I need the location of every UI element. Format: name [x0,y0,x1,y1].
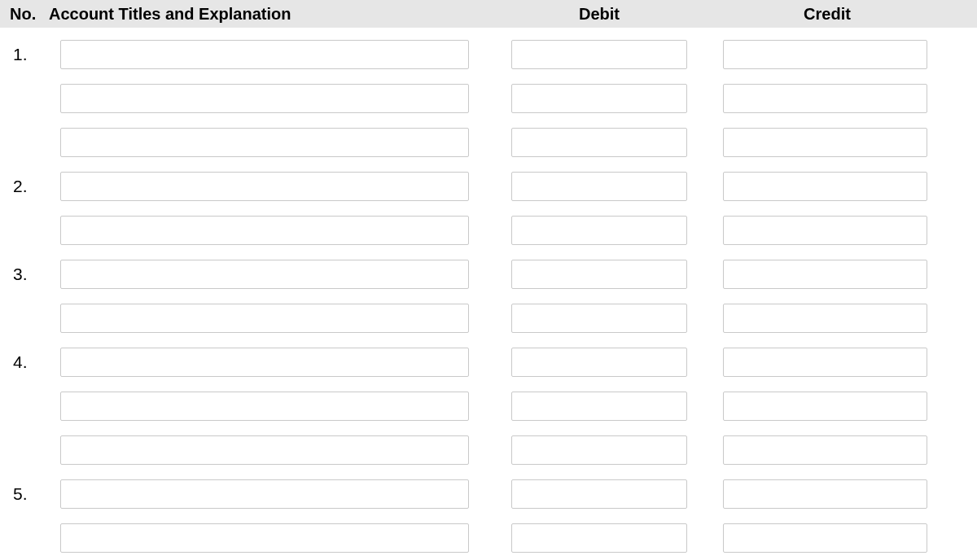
table-body: 1.2.3.4.5. [0,28,977,560]
table-row [0,120,977,164]
debit-input[interactable] [511,216,687,245]
account-cell [46,348,493,377]
debit-cell [493,172,705,201]
credit-input[interactable] [723,479,927,509]
table-row [0,208,977,252]
table-row: 5. [0,472,977,516]
account-input[interactable] [60,523,469,553]
table-row [0,384,977,428]
table-row: 2. [0,164,977,208]
credit-cell [705,479,949,509]
header-credit: Credit [705,5,949,24]
account-input[interactable] [60,172,469,201]
account-input[interactable] [60,40,469,69]
credit-cell [705,260,949,289]
credit-cell [705,84,949,113]
account-input[interactable] [60,435,469,465]
debit-input[interactable] [511,84,687,113]
debit-cell [493,304,705,333]
table-row: 1. [0,33,977,77]
debit-input[interactable] [511,392,687,421]
header-account: Account Titles and Explanation [46,5,493,24]
credit-cell [705,523,949,553]
account-cell [46,216,493,245]
account-cell [46,479,493,509]
credit-cell [705,392,949,421]
account-input[interactable] [60,260,469,289]
table-row [0,428,977,472]
credit-input[interactable] [723,84,927,113]
credit-input[interactable] [723,260,927,289]
debit-cell [493,392,705,421]
credit-cell [705,128,949,157]
row-number: 4. [0,352,46,372]
account-input[interactable] [60,392,469,421]
debit-input[interactable] [511,348,687,377]
debit-cell [493,348,705,377]
debit-cell [493,435,705,465]
debit-cell [493,479,705,509]
credit-input[interactable] [723,523,927,553]
account-cell [46,523,493,553]
debit-cell [493,128,705,157]
account-input[interactable] [60,216,469,245]
debit-input[interactable] [511,479,687,509]
credit-input[interactable] [723,128,927,157]
debit-input[interactable] [511,40,687,69]
credit-input[interactable] [723,348,927,377]
debit-cell [493,84,705,113]
credit-cell [705,172,949,201]
credit-cell [705,40,949,69]
account-input[interactable] [60,84,469,113]
row-number: 3. [0,265,46,284]
table-row [0,516,977,560]
credit-input[interactable] [723,435,927,465]
account-input[interactable] [60,128,469,157]
account-cell [46,128,493,157]
debit-cell [493,40,705,69]
account-input[interactable] [60,348,469,377]
credit-cell [705,304,949,333]
row-number: 2. [0,177,46,196]
debit-input[interactable] [511,304,687,333]
header-debit: Debit [493,5,705,24]
account-cell [46,40,493,69]
table-row [0,77,977,120]
credit-cell [705,216,949,245]
table-row: 4. [0,340,977,384]
credit-input[interactable] [723,40,927,69]
table-row: 3. [0,252,977,296]
header-no: No. [0,5,46,24]
credit-cell [705,348,949,377]
debit-input[interactable] [511,435,687,465]
debit-input[interactable] [511,523,687,553]
account-cell [46,84,493,113]
table-row [0,296,977,340]
debit-cell [493,216,705,245]
account-input[interactable] [60,479,469,509]
credit-input[interactable] [723,392,927,421]
row-number: 5. [0,484,46,504]
credit-input[interactable] [723,172,927,201]
journal-entry-table: No. Account Titles and Explanation Debit… [0,0,977,560]
account-cell [46,172,493,201]
credit-input[interactable] [723,304,927,333]
account-cell [46,304,493,333]
debit-cell [493,260,705,289]
debit-input[interactable] [511,172,687,201]
account-cell [46,435,493,465]
account-input[interactable] [60,304,469,333]
debit-cell [493,523,705,553]
table-header: No. Account Titles and Explanation Debit… [0,0,977,28]
account-cell [46,260,493,289]
debit-input[interactable] [511,260,687,289]
account-cell [46,392,493,421]
row-number: 1. [0,45,46,64]
debit-input[interactable] [511,128,687,157]
credit-input[interactable] [723,216,927,245]
credit-cell [705,435,949,465]
